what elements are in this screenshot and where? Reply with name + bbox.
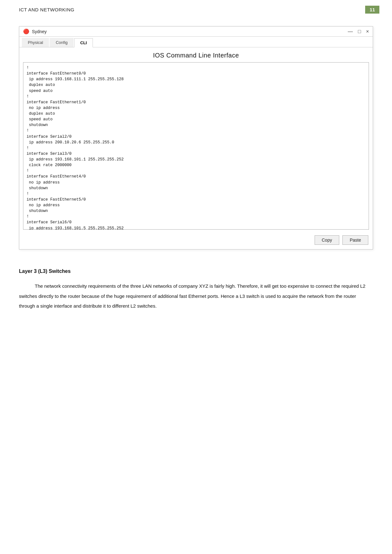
title-bar-left: 🔴 Sydney: [23, 28, 47, 34]
close-button[interactable]: ×: [366, 29, 369, 34]
section-heading: Layer 3 (L3) Switches: [19, 268, 373, 274]
title-bar-controls: — □ ×: [348, 29, 369, 34]
paste-button[interactable]: Paste: [342, 235, 368, 245]
minimize-button[interactable]: —: [348, 29, 353, 34]
cli-area: ! interface FastEthernet0/0 ip address 1…: [23, 62, 369, 230]
page-header: ICT AND NETWORKING 11: [0, 0, 392, 17]
tab-config[interactable]: Config: [50, 38, 74, 47]
body-paragraph: The network connectivity requirements of…: [19, 281, 373, 311]
tab-physical[interactable]: Physical: [22, 38, 49, 47]
window-title: Sydney: [32, 29, 47, 34]
app-icon: 🔴: [23, 28, 29, 34]
body-section: Layer 3 (L3) Switches The network connec…: [0, 259, 392, 324]
copy-button[interactable]: Copy: [315, 235, 340, 245]
maximize-button[interactable]: □: [358, 29, 361, 34]
button-row: Copy Paste: [19, 232, 373, 249]
tab-cli[interactable]: CLI: [74, 38, 93, 47]
title-bar: 🔴 Sydney — □ ×: [19, 27, 373, 37]
page-title: ICT AND NETWORKING: [19, 7, 74, 12]
page-number: 11: [365, 6, 379, 14]
application-window: 🔴 Sydney — □ × Physical Config CLI IOS C…: [19, 26, 373, 250]
ios-header: IOS Command Line Interface: [19, 47, 373, 62]
tabs-bar: Physical Config CLI: [19, 37, 373, 47]
cli-content[interactable]: ! interface FastEthernet0/0 ip address 1…: [23, 63, 369, 229]
